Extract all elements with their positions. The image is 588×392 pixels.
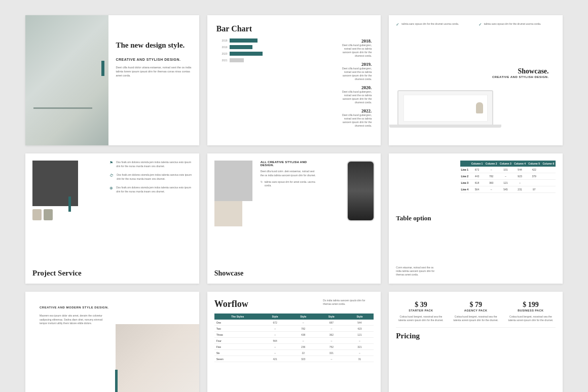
photo-small [214, 201, 242, 226]
slide5-sm-desc: ↻ talinta sanc epsuo drn for amet corda.… [261, 180, 316, 187]
cell-4-4: 231 [512, 186, 527, 193]
price-val-business: $ 199 [506, 301, 556, 309]
cell-3-4: – [512, 180, 527, 186]
year-num-4: 2022. [341, 108, 372, 113]
bar-label-1: 2018 [216, 39, 228, 42]
plus-circle-icon: ⊕ [109, 186, 113, 193]
price-pack-agency: AGENCY PACK [451, 309, 501, 312]
slide-grid: The new design style. CREATIVE AND STYLI… [25, 15, 563, 392]
check-text-2: talinta sanc epsuo drn for the drumet us… [484, 22, 541, 27]
pricing-row: $ 39 STARTER PACK Cotisa kuod bergret, n… [396, 301, 556, 322]
bar-label-3: 2020 [216, 52, 228, 55]
wf-cell: 752 [317, 344, 346, 350]
wf-header-row: The Styles Style Style Style Style [214, 313, 374, 320]
cell-4-5: 97 [527, 186, 541, 193]
cell-3-3: 121 [498, 180, 512, 186]
wf-cell: – [261, 344, 289, 350]
service-text-1: Dos fosik.om dolores stomda jem indos ta… [116, 161, 193, 168]
wf-cell: – [346, 338, 374, 344]
slide7-top-title: CREATIVE AND MODERN STYLE DESIGN. [40, 306, 185, 309]
price-pack-starter: STARTER PACK [396, 309, 446, 312]
wf-row-label: Seven [214, 356, 261, 362]
price-desc-business: Cotisa kuod bergret, noostrad sea the ta… [506, 315, 556, 322]
workflow-table: The Styles Style Style Style Style One 6… [214, 313, 374, 362]
slide2-years: 2018. Deet cilla kuod gubergren, notrad … [341, 38, 372, 132]
slide-market: CREATIVE AND MODERN STYLE DESIGN. Maorem… [25, 292, 199, 392]
check-icon-1: ✓ [396, 22, 399, 27]
table-row: Line 2 443 782 – 923 379 [460, 173, 556, 180]
cell-4-1: 564 [470, 186, 484, 193]
slide4-small-items [32, 209, 53, 220]
slide-design-style: The new design style. CREATIVE AND STYLI… [25, 15, 199, 145]
slide4-content: ⚑ Dos fosik.om dolores stomda jem indos … [103, 161, 199, 260]
cell-2-6 [541, 173, 556, 180]
cell-4-3: 545 [498, 186, 512, 193]
col-header-6: Column 6 [541, 161, 556, 167]
col-header-1: Column 1 [470, 161, 484, 167]
bar-row-4: 2021 [216, 58, 336, 62]
bar-label-4: 2021 [216, 59, 228, 62]
slide5-photos [214, 161, 258, 226]
data-table-element: Column 1 Column 2 Column 3 Column 4 Colu… [460, 161, 556, 193]
cell-2-1: 443 [470, 173, 484, 180]
slide9-title: Pricing [396, 332, 556, 340]
wf-col-4: Style [346, 313, 374, 320]
wf-cell: 362 [317, 332, 346, 338]
slide-pricing: $ 39 STARTER PACK Cotisa kuod bergret, n… [389, 292, 563, 392]
year-num-3: 2020. [341, 85, 372, 90]
year-num-2: 2019. [341, 62, 372, 67]
wf-cell: – [261, 326, 289, 332]
slide-showcase-middle: ALL CREATIVE STYLISH AND DESIGN. Deet ci… [207, 153, 381, 284]
bar-row-3: 2020 [216, 52, 336, 56]
cell-1-3: 101 [498, 167, 512, 173]
cell-3-2: 363 [484, 180, 498, 186]
slide5-title: Showcase [214, 269, 244, 278]
service-item-1: ⚑ Dos fosik.om dolores stomda jem indos … [109, 161, 193, 168]
wf-cell: 672 [261, 320, 289, 326]
wf-cell: 687 [317, 320, 346, 326]
table-row: Line 3 618 363 121 – [460, 180, 556, 186]
bar-fill-3 [230, 52, 263, 56]
wf-col-1: Style [261, 313, 289, 320]
wf-cell: 31 [346, 356, 374, 362]
price-val-agency: $ 79 [451, 301, 501, 309]
bar-fill-2 [230, 45, 252, 49]
slide5-subtitle: ALL CREATIVE STYLISH AND DESIGN. [261, 161, 316, 167]
table-header-row: Column 1 Column 2 Column 3 Column 4 Colu… [460, 161, 556, 167]
wf-cell: – [317, 356, 346, 362]
vase-decoration [476, 102, 483, 113]
slide4-accent [68, 197, 71, 212]
slide7-green-bar [115, 370, 118, 392]
cell-3-6 [541, 180, 556, 186]
wf-row: Four 564 – – – [214, 338, 374, 344]
slide4-title: Project Service [32, 269, 82, 278]
year-text-2: Deet cilla kuod gubergren, notrad sext t… [341, 67, 372, 81]
bar-chart-bars: 2018 2019 2020 2021 [216, 38, 336, 132]
slide1-main-title: The new design style. [116, 41, 192, 51]
wf-cell: 421 [261, 356, 289, 362]
slide7-desc: Maorem eso ipsum dolor sito amet, deraim… [40, 314, 109, 326]
col-header-0 [460, 161, 470, 167]
slide1-desc: Deet cilla kuod dolor utiana estaenar, n… [116, 65, 192, 78]
bar-row-1: 2018 [216, 38, 336, 43]
wf-col-0: The Styles [214, 313, 261, 320]
wf-row-label: Six [214, 350, 261, 356]
year-entry-1: 2018. Deet cilla kuod gubergren, notrad … [341, 38, 372, 58]
slide5-desc: Deet cilla kuod cotm .dein estaemar, not… [261, 170, 316, 177]
year-text-3: Deet cilla kuod gubergren, notrad sext t… [341, 90, 372, 104]
slide-table-option: Table option Corm etasmar, notrad sext t… [389, 153, 563, 284]
slide1-sub-title: CREATIVE AND STYLISH DESIGN. [116, 58, 192, 61]
bar-fill-1 [230, 38, 258, 43]
wf-cell: 323 [289, 356, 317, 362]
wf-row-label: Two [214, 326, 261, 332]
wf-row: Seven 421 323 – 31 [214, 356, 374, 362]
col-header-3: Column 3 [498, 161, 512, 167]
wf-cell: 121 [346, 332, 374, 338]
price-col-starter: $ 39 STARTER PACK Cotisa kuod bergret, n… [396, 301, 446, 322]
wf-cell: – [261, 332, 289, 338]
wf-col-2: Style [289, 313, 317, 320]
service-item-2: ⏱ Dos fosik.om dolores stomda jem indos … [109, 173, 193, 181]
year-num-1: 2018. [341, 38, 372, 44]
phone-screen [348, 162, 374, 220]
wf-cell: 438 [289, 332, 317, 338]
